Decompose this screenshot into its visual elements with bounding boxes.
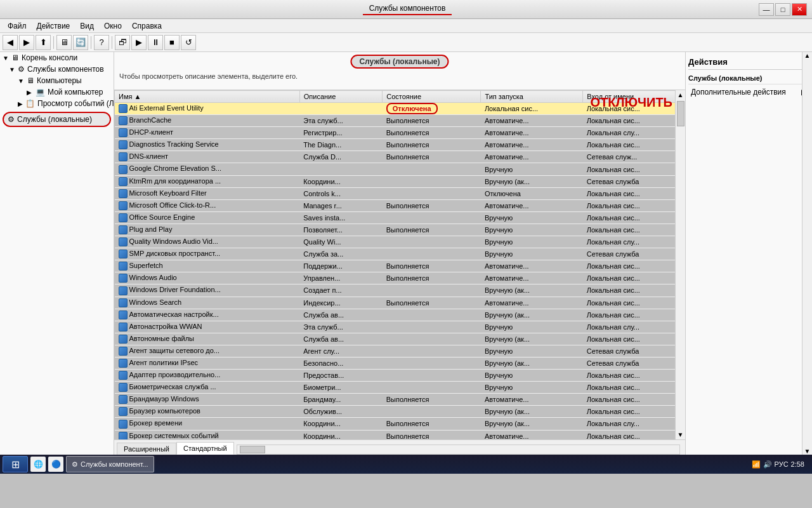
toolbar-refresh[interactable]: 🔄 xyxy=(73,35,88,50)
service-startup-cell: Автоматиче... xyxy=(481,151,583,163)
minimize-button[interactable]: — xyxy=(759,3,774,16)
table-row[interactable]: Office Source EngineSaves insta...Вручну… xyxy=(115,211,685,224)
tab-standard[interactable]: Стандартный xyxy=(176,442,234,455)
maximize-button[interactable]: □ xyxy=(775,3,790,16)
menu-file[interactable]: Файл xyxy=(3,20,32,32)
service-name-cell: Office Source Engine xyxy=(115,211,300,224)
toolbar-sep3 xyxy=(112,36,112,49)
service-icon xyxy=(119,274,128,283)
menu-action[interactable]: Действие xyxy=(32,20,75,32)
table-row[interactable]: Microsoft Keyboard FilterControls k...От… xyxy=(115,187,685,199)
table-row[interactable]: Биометрическая служба ...Биометри...Вруч… xyxy=(115,382,685,394)
toolbar-show-hide[interactable]: 🖥 xyxy=(56,35,72,50)
service-icon xyxy=(119,116,128,125)
toolbar-help[interactable]: ? xyxy=(94,35,109,50)
tree-mycomputer[interactable]: ▶ 💻 Мой компьютер xyxy=(0,86,114,98)
service-startup-cell: Вручную (ак... xyxy=(481,357,583,369)
toolbar-new-window[interactable]: 🗗 xyxy=(115,35,130,50)
toolbar-up[interactable]: ⬆ xyxy=(36,35,51,50)
table-row[interactable]: Брокер времениКоордини...ВыполняетсяВруч… xyxy=(115,418,685,430)
service-icon xyxy=(119,420,128,429)
toolbar-pause[interactable]: ⏸ xyxy=(148,35,163,50)
tree-computers[interactable]: ▼ 🖥 Компьютеры xyxy=(0,75,114,86)
tree-root[interactable]: ▼ 🖥 Корень консоли xyxy=(0,52,114,64)
table-row[interactable]: SuperfetchПоддержи...ВыполняетсяАвтомати… xyxy=(115,260,685,272)
table-row[interactable]: Quality Windows Audio Vid...Quality Wi..… xyxy=(115,236,685,248)
col-status[interactable]: Состояние xyxy=(383,91,481,103)
table-row[interactable]: Автонастройка WWANЭта служб...ВручнуюЛок… xyxy=(115,321,685,333)
service-startup-cell: Вручную (ак... xyxy=(481,309,583,321)
right-scrollbar[interactable]: ▲ ▼ xyxy=(802,52,812,455)
service-desc-cell: Регистрир... xyxy=(299,127,382,139)
tree-services-components[interactable]: ▼ ⚙ Службы компонентов xyxy=(0,64,114,75)
table-row[interactable]: Брокер системных событийКоордини...Выпол… xyxy=(115,430,685,439)
right-more-actions[interactable]: Дополнительные действия ▶ xyxy=(688,86,809,98)
scroll-up-btn[interactable]: ▲ xyxy=(804,52,811,59)
service-name-label: Windows Driver Foundation... xyxy=(129,286,221,293)
services-table-container[interactable]: Имя ▲ Описание Состояние Тип запуска Вхо… xyxy=(114,90,685,439)
toolbar-forward[interactable]: ▶ xyxy=(19,35,34,50)
table-row[interactable]: DNS-клиентСлужба D...ВыполняетсяАвтомати… xyxy=(115,151,685,163)
menu-help[interactable]: Справка xyxy=(127,20,167,32)
service-name-cell: KtmRm для координатора ... xyxy=(115,175,300,187)
table-scroll-up[interactable]: ▲ xyxy=(676,90,685,100)
taskbar-icon-ie[interactable]: 🌐 xyxy=(30,457,46,472)
table-row[interactable]: BranchCacheЭта служб...ВыполняетсяАвтома… xyxy=(115,115,685,127)
toolbar-restart[interactable]: ↺ xyxy=(181,35,196,50)
table-row[interactable]: Diagnostics Tracking ServiceThe Diagn...… xyxy=(115,139,685,151)
col-desc[interactable]: Описание xyxy=(299,91,382,103)
service-icon xyxy=(119,225,128,234)
taskbar-icon-browser[interactable]: 🔵 xyxy=(48,457,63,472)
services-local-item[interactable]: ⚙ Службы (локальные) xyxy=(3,112,111,127)
table-scroll-down[interactable]: ▼ xyxy=(676,430,685,439)
service-logon-cell: Локальная сис... xyxy=(583,333,685,345)
scrollbar-thumb[interactable] xyxy=(240,446,265,453)
taskbar: ⊞ 🌐 🔵 ⚙ Службы компонент... 📶 🔊 РУС 2:58 xyxy=(0,455,812,474)
start-button[interactable]: ⊞ xyxy=(3,456,28,472)
col-logon[interactable]: Вход от имени xyxy=(583,91,685,103)
toolbar-back[interactable]: ◀ xyxy=(3,35,18,50)
horizontal-scrollbar[interactable] xyxy=(237,444,680,455)
service-logon-cell: Локальная слу... xyxy=(583,321,685,333)
service-logon-cell: Сетевая служба xyxy=(583,357,685,369)
table-row[interactable]: Автономные файлыСлужба ав...Вручную (ак.… xyxy=(115,333,685,345)
toolbar-stop[interactable]: ■ xyxy=(164,35,180,50)
table-row[interactable]: Plug and PlayПозволяет...ВыполняетсяВруч… xyxy=(115,224,685,236)
table-row[interactable]: Microsoft Office Click-to-R...Manages r.… xyxy=(115,199,685,211)
table-scroll-thumb[interactable] xyxy=(677,101,684,126)
service-desc-cell: Управлен... xyxy=(299,272,382,284)
table-row[interactable]: Автоматическая настройк...Служба ав...Вр… xyxy=(115,309,685,321)
menu-view[interactable]: Вид xyxy=(75,20,99,32)
service-logon-cell: Локальная сис... xyxy=(583,272,685,284)
table-row[interactable]: KtmRm для координатора ...Координи...Вру… xyxy=(115,175,685,187)
table-row[interactable]: Браузер компьютеровОбслужив...Вручную (а… xyxy=(115,406,685,418)
service-name-label: Брокер времени xyxy=(129,419,183,427)
expand-icon-2: ▼ xyxy=(9,66,15,73)
service-name-label: Plug and Play xyxy=(129,225,173,233)
col-startup[interactable]: Тип запуска xyxy=(481,91,583,103)
table-row[interactable]: Агент защиты сетевого до...Агент слу...В… xyxy=(115,345,685,357)
tab-extended[interactable]: Расширенный xyxy=(117,443,176,455)
table-row[interactable]: Адаптер производительно...Предостав...Вр… xyxy=(115,370,685,382)
service-desc-cell: Служба за... xyxy=(299,248,382,260)
col-name[interactable]: Имя ▲ xyxy=(115,91,300,103)
table-scrollbar[interactable]: ▲ ▼ xyxy=(675,90,685,439)
tree-eventviewer[interactable]: ▶ 📋 Просмотр событий (Локал... xyxy=(0,98,114,109)
menu-window[interactable]: Окно xyxy=(99,20,127,32)
table-row[interactable]: Брандмауэр WindowsБрандмау...Выполняется… xyxy=(115,394,685,406)
taskbar-app-services[interactable]: ⚙ Службы компонент... xyxy=(66,456,154,472)
table-row[interactable]: Windows AudioУправлен...ВыполняетсяАвтом… xyxy=(115,272,685,284)
table-row[interactable]: Агент политики IPsecБезопасно...Вручную … xyxy=(115,357,685,369)
toolbar-play[interactable]: ▶ xyxy=(131,35,147,50)
service-desc-cell: The Diagn... xyxy=(299,139,382,151)
service-startup-cell: Автоматиче... xyxy=(481,260,583,272)
table-row[interactable]: Windows Driver Foundation...Создает п...… xyxy=(115,284,685,297)
scroll-down-btn[interactable]: ▼ xyxy=(804,448,811,455)
table-row[interactable]: Windows SearchИндексир...ВыполняетсяАвто… xyxy=(115,297,685,309)
table-row[interactable]: SMP дисковых пространст...Служба за...Вр… xyxy=(115,248,685,260)
service-icon xyxy=(119,189,128,198)
close-button[interactable]: ✕ xyxy=(792,3,807,16)
table-row[interactable]: Ati External Event UtilityОтключенаЛокал… xyxy=(115,103,685,115)
table-row[interactable]: Google Chrome Elevation S...ВручнуюЛокал… xyxy=(115,163,685,175)
table-row[interactable]: DHCP-клиентРегистрир...ВыполняетсяАвтома… xyxy=(115,127,685,139)
